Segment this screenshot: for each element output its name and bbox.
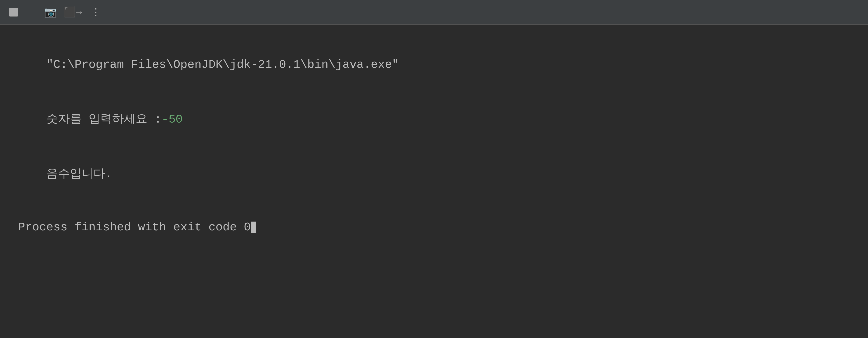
screenshot-button[interactable]: 📷 bbox=[43, 5, 57, 19]
signin-button[interactable]: ⬛→ bbox=[66, 5, 80, 19]
stop-icon bbox=[9, 8, 18, 17]
console-line-input: 숫자를 입력하세요 :-50 bbox=[18, 93, 850, 146]
console-output: "C:\Program Files\OpenJDK\jdk-21.0.1\bin… bbox=[0, 25, 868, 338]
signin-icon: ⬛→ bbox=[64, 6, 82, 18]
result-text: 음수입니다. bbox=[46, 167, 112, 181]
console-line-process: Process finished with exit code 0 bbox=[18, 221, 850, 234]
toolbar-divider bbox=[32, 6, 32, 19]
stop-button[interactable] bbox=[7, 5, 20, 19]
console-line-command: "C:\Program Files\OpenJDK\jdk-21.0.1\bin… bbox=[18, 38, 850, 91]
console-line-result: 음수입니다. bbox=[18, 148, 850, 201]
more-icon: ⋮ bbox=[91, 6, 100, 18]
more-button[interactable]: ⋮ bbox=[89, 5, 102, 19]
input-value-text: -50 bbox=[161, 113, 183, 126]
exit-code-text: 0 bbox=[244, 221, 251, 234]
camera-icon: 📷 bbox=[44, 6, 57, 18]
console-spacer bbox=[18, 203, 850, 221]
input-label-text: 숫자를 입력하세요 : bbox=[46, 113, 162, 126]
cursor-block bbox=[251, 221, 256, 233]
process-text: Process finished with exit code bbox=[18, 221, 244, 234]
command-text: "C:\Program Files\OpenJDK\jdk-21.0.1\bin… bbox=[46, 58, 399, 71]
toolbar: 📷 ⬛→ ⋮ bbox=[0, 0, 868, 25]
